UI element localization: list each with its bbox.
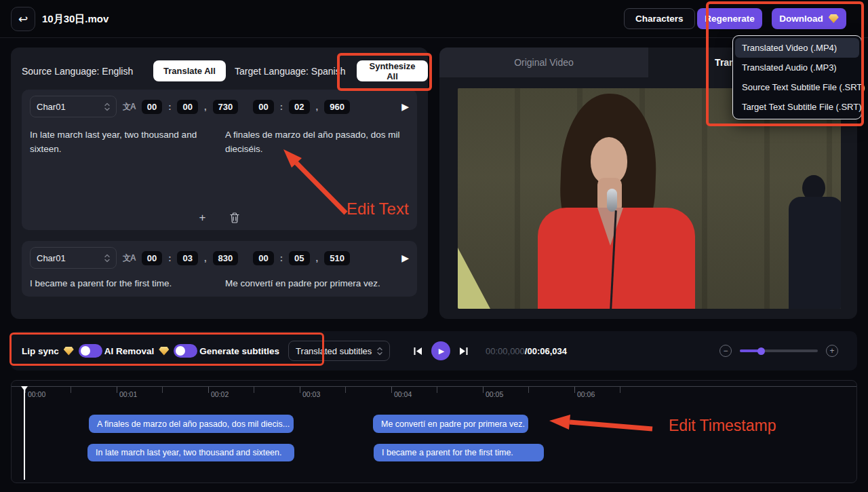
timeline-ruler[interactable]: 00:00 00:01 00:02 00:03 00:04 00:05 00:0… [12, 386, 856, 406]
lip-sync-toggle[interactable] [79, 344, 102, 358]
skip-forward-button[interactable] [459, 347, 468, 356]
menu-item-translated-video[interactable]: Translated Video (.MP4) [735, 38, 859, 58]
ai-removal-toggle[interactable] [174, 344, 197, 358]
target-text[interactable]: A finales de marzo del año pasado, dos m… [225, 128, 412, 156]
translate-all-button[interactable]: Translate All [153, 60, 226, 81]
characters-button-label: Characters [635, 14, 684, 24]
time-comma: , [204, 102, 207, 112]
zoom-out-button[interactable]: − [719, 345, 732, 357]
synthesize-all-button[interactable]: Synthesize All [357, 60, 428, 81]
chevron-updown-icon [104, 254, 110, 263]
start-minutes-field[interactable]: 00 [142, 251, 162, 265]
time-comma: , [316, 102, 319, 112]
source-text[interactable]: In late march last year, two thousand an… [30, 128, 214, 156]
ruler-tick: 00:03 [300, 387, 300, 393]
toggle-knob [81, 346, 90, 356]
row-play-button[interactable]: ▶ [401, 252, 409, 263]
download-button[interactable]: Download [772, 8, 846, 29]
time-colon: : [168, 253, 171, 263]
minus-icon: − [723, 347, 728, 355]
play-button[interactable]: ▶ [431, 341, 450, 360]
ruler-tick: 00:05 [483, 387, 484, 393]
translate-icon: 文A [123, 252, 136, 264]
ai-removal-label: AI Removal [104, 346, 155, 356]
gem-icon [64, 347, 74, 356]
time-display: 00:00,000/00:06,034 [486, 331, 567, 371]
subtitles-mode-value: Translated subtitles [296, 346, 372, 356]
speaker-select[interactable]: Char01 [30, 96, 117, 117]
end-seconds-field[interactable]: 02 [289, 100, 309, 114]
start-millis-field[interactable]: 730 [213, 100, 239, 114]
end-millis-field[interactable]: 510 [324, 251, 350, 265]
zoom-slider-knob[interactable] [757, 347, 765, 355]
gem-icon [159, 347, 169, 356]
time-colon: : [168, 102, 171, 112]
start-seconds-field[interactable]: 00 [177, 100, 197, 114]
download-dropdown-menu: Translated Video (.MP4) Translated Audio… [732, 35, 862, 119]
end-seconds-field[interactable]: 05 [289, 251, 309, 265]
subtitle-row-1: Char01 文A 00 : 00 , 730 00 : 02 , 960 ▶ … [22, 90, 417, 230]
speaker-select[interactable]: Char01 [30, 247, 117, 269]
timeline-panel[interactable]: 00:00 00:01 00:02 00:03 00:04 00:05 00:0… [11, 380, 857, 483]
timeline-block-source-1[interactable]: In late march last year, two thousand an… [87, 444, 294, 461]
microphone-icon [607, 189, 617, 212]
regenerate-button[interactable]: Regenerate [697, 8, 762, 29]
row-play-button[interactable]: ▶ [401, 101, 409, 112]
ruler-tick: 00:04 [391, 387, 392, 393]
lip-sync-label: Lip sync [22, 346, 59, 356]
start-millis-field[interactable]: 830 [213, 251, 239, 265]
top-bar: ↩ 10月30日.mov Characters Regenerate Downl… [0, 0, 868, 38]
ruler-tick: 00:06 [574, 387, 575, 393]
target-text[interactable]: Me convertí en padre por primera vez. [225, 276, 412, 290]
feature-toggles-group: Lip sync AI Removal Generate subtitles T… [22, 331, 390, 371]
skip-forward-icon [459, 347, 468, 356]
timeline-block-target-1[interactable]: A finales de marzo del año pasado, dos m… [89, 415, 294, 433]
ruler-tick: 00:01 [117, 387, 117, 393]
skip-back-button[interactable] [414, 347, 422, 356]
playhead-line [24, 386, 25, 480]
subtitles-mode-select[interactable]: Translated subtitles [288, 341, 390, 361]
transport-controls: ▶ [414, 331, 468, 371]
subtitle-row-2-header: Char01 文A 00 : 03 , 830 00 : 05 , 510 ▶ [22, 241, 417, 269]
speaker-select-value: Char01 [37, 253, 66, 263]
delete-subtitle-button[interactable] [230, 212, 239, 223]
play-icon: ▶ [439, 347, 444, 356]
source-text[interactable]: I became a parent for the first time. [30, 276, 214, 290]
subtitle-row-1-header: Char01 文A 00 : 00 , 730 00 : 02 , 960 ▶ [22, 90, 417, 118]
back-button[interactable]: ↩ [11, 7, 35, 31]
timeline-zoom-controls: − + [719, 331, 838, 371]
tab-original-video-label: Original Video [514, 57, 574, 68]
end-millis-field[interactable]: 960 [324, 100, 350, 114]
chevron-updown-icon [377, 347, 382, 356]
current-time: 00:00,000 [486, 346, 525, 356]
menu-item-target-srt[interactable]: Target Text Subtitle File (.SRT) [735, 97, 859, 117]
toggle-knob [176, 346, 185, 356]
start-minutes-field[interactable]: 00 [142, 100, 162, 114]
speaker-select-value: Char01 [37, 102, 66, 112]
download-button-label: Download [779, 14, 823, 24]
timeline-block-target-2[interactable]: Me convertí en padre por primera vez. [373, 415, 528, 433]
zoom-in-button[interactable]: + [826, 345, 838, 357]
subtitle-editor-panel: Source Language: English Translate All T… [11, 48, 428, 319]
skip-back-icon [414, 347, 422, 356]
add-subtitle-button[interactable]: + [199, 211, 206, 225]
gem-icon [829, 14, 839, 23]
start-seconds-field[interactable]: 03 [177, 251, 197, 265]
characters-button[interactable]: Characters [624, 8, 695, 29]
tab-original-video[interactable]: Original Video [439, 48, 648, 77]
time-colon: : [280, 102, 283, 112]
zoom-slider[interactable] [740, 349, 818, 352]
synthesize-all-label: Synthesize All [367, 61, 418, 81]
time-comma: , [316, 253, 319, 263]
generate-subtitles-label: Generate subtitles [199, 346, 279, 356]
timeline-block-source-2[interactable]: I became a parent for the first time. [374, 444, 544, 461]
menu-item-source-srt[interactable]: Source Text Subtitle File (.SRT) [735, 77, 859, 97]
playhead[interactable] [21, 386, 27, 480]
trash-icon [230, 212, 239, 223]
menu-item-translated-audio[interactable]: Translated Audio (.MP3) [735, 58, 859, 77]
plus-icon: + [829, 347, 834, 355]
end-minutes-field[interactable]: 00 [253, 251, 273, 265]
translate-icon: 文A [123, 101, 136, 113]
end-minutes-field[interactable]: 00 [253, 100, 273, 114]
target-language-label: Target Language: Spanish [235, 66, 345, 77]
